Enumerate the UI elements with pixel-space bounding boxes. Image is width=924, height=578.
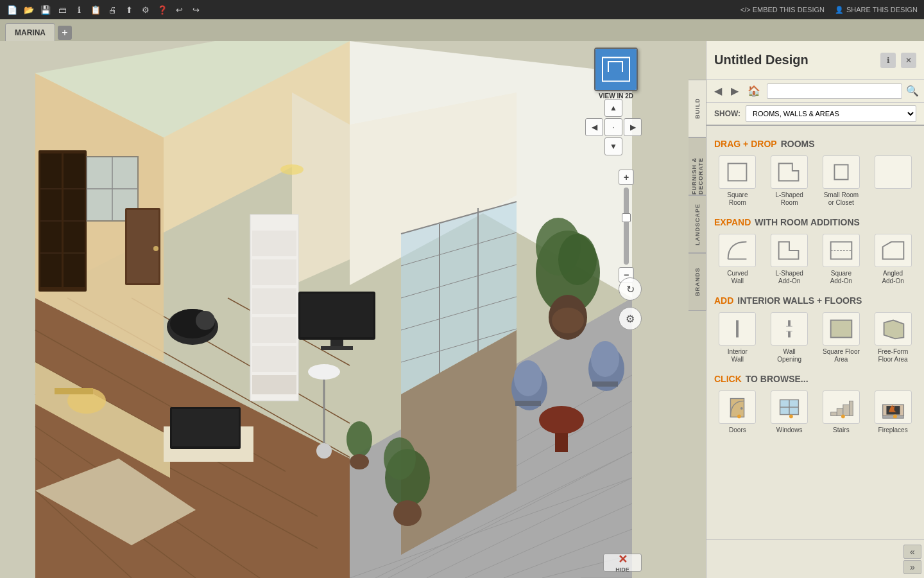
canvas-settings-button[interactable]: ⚙ (619, 307, 642, 330)
item-small-room[interactable]: Small Roomor Closet (818, 155, 865, 207)
search-input[interactable] (767, 83, 902, 99)
zoom-thumb[interactable] (622, 213, 631, 222)
new-file-icon[interactable]: 📄 (6, 4, 18, 15)
click-browse-section-header: CLICK TO BROWSE... (714, 374, 916, 384)
search-forward-button[interactable]: ▶ (728, 83, 741, 98)
item-l-shaped-addon[interactable]: L-ShapedAdd-On (766, 234, 813, 285)
embed-button[interactable]: </> EMBED THIS DESIGN (740, 6, 825, 13)
panel-close-icon[interactable]: ✕ (901, 53, 916, 68)
nav-down-button[interactable]: ▼ (604, 137, 622, 155)
nav-center-button[interactable]: · (604, 118, 622, 136)
hide-button[interactable]: ✕ HIDE (603, 554, 642, 572)
save-icon[interactable]: 💾 (40, 4, 51, 15)
svg-rect-119 (831, 412, 837, 416)
panel-info-icon[interactable]: ℹ (880, 53, 896, 68)
save-as-icon[interactable]: 🗃 (56, 4, 68, 15)
svg-point-92 (539, 406, 584, 434)
view-2d-button[interactable]: VIEW IN 2D (590, 48, 642, 100)
svg-rect-63 (321, 346, 353, 350)
svg-rect-74 (172, 409, 239, 446)
svg-point-114 (737, 415, 741, 419)
collapse-down-button[interactable]: » (903, 560, 921, 574)
svg-point-80 (558, 234, 597, 285)
nav-left-button[interactable]: ◀ (585, 118, 603, 136)
side-tab-landscape[interactable]: LANDSCAPE (689, 195, 706, 253)
add-walls-section-header: ADD INTERIOR WALLS + FLOORS (714, 295, 916, 306)
item-stairs[interactable]: Stairs (818, 390, 865, 434)
item-square-room[interactable]: SquareRoom (714, 155, 761, 207)
item-interior-wall[interactable]: InteriorWall (714, 312, 761, 363)
search-go-button[interactable]: 🔍 (906, 85, 919, 97)
tab-add-button[interactable]: + (58, 26, 72, 40)
svg-point-87 (514, 360, 542, 396)
item-doors[interactable]: Doors (714, 390, 761, 434)
open-icon[interactable]: 📂 (23, 4, 35, 15)
navigation-controls: ▲ ◀ · ▶ ▼ (585, 99, 642, 155)
item-fireplaces[interactable]: Fireplaces (869, 390, 916, 434)
drag-drop-rest: ROOMS (781, 139, 815, 149)
share-icon: 👤 (835, 6, 844, 14)
design-canvas[interactable]: VIEW IN 2D ▲ ◀ · ▶ ▼ + − ↻ (0, 41, 706, 578)
search-back-button[interactable]: ◀ (712, 83, 724, 98)
item-square-addon[interactable]: SquareAdd-On (818, 234, 865, 285)
svg-marker-98 (779, 164, 799, 181)
export-icon[interactable]: ⬆ (123, 4, 135, 15)
topbar: 📄 📂 💾 🗃 ℹ 📋 🖨 ⬆ ⚙ ❓ ↩ ↪ </> EMBED THIS D… (0, 0, 924, 19)
settings-gear-icon[interactable]: ⚙ (140, 4, 151, 15)
svg-rect-121 (843, 405, 850, 416)
tabbar: MARINA + (0, 19, 924, 41)
svg-marker-104 (882, 242, 903, 259)
side-tab-furnish[interactable]: FURNISH & DECORATE (689, 137, 706, 195)
item-curved-wall[interactable]: CurvedWall (714, 234, 761, 285)
add-highlight: ADD (714, 295, 733, 306)
undo-icon[interactable]: ↩ (173, 4, 185, 15)
item-windows[interactable]: Windows (766, 390, 813, 434)
svg-point-123 (841, 415, 845, 419)
show-select[interactable]: ROOMS, WALLS & AREAS (746, 105, 916, 122)
svg-marker-111 (884, 320, 903, 339)
zoom-in-button[interactable]: + (619, 170, 634, 185)
svg-point-96 (280, 164, 304, 175)
nav-right-button[interactable]: ▶ (624, 118, 642, 136)
info-icon[interactable]: ℹ (73, 4, 85, 15)
svg-rect-66 (55, 388, 93, 394)
click-highlight: CLICK (714, 374, 742, 384)
rotate-button[interactable]: ↻ (619, 277, 642, 301)
item-freeform-floor-area[interactable]: Free-FormFloor Area (869, 312, 916, 363)
svg-point-82 (552, 308, 584, 333)
svg-rect-91 (592, 381, 618, 387)
svg-rect-88 (515, 401, 541, 406)
tab-marina[interactable]: MARINA (5, 23, 55, 41)
item-square-floor-area[interactable]: Square FloorArea (818, 312, 865, 363)
share-button[interactable]: 👤 SHARE THIS DESIGN (835, 6, 918, 14)
svg-rect-54 (252, 231, 296, 256)
help-icon[interactable]: ❓ (157, 4, 168, 15)
redo-icon[interactable]: ↪ (190, 4, 201, 15)
drag-drop-highlight: DRAG + DROP (714, 139, 777, 149)
side-tab-brands[interactable]: BRANDS (689, 253, 706, 311)
svg-rect-61 (300, 293, 373, 337)
list-icon[interactable]: 📋 (90, 4, 101, 15)
item-wall-opening[interactable]: WallOpening (766, 312, 813, 363)
zoom-control: + − (619, 170, 634, 283)
add-walls-grid: InteriorWall WallOpening (714, 312, 916, 363)
svg-point-94 (346, 421, 372, 457)
svg-rect-55 (252, 259, 296, 285)
zoom-track[interactable] (624, 188, 629, 265)
click-browse-grid: Doors Windows (714, 390, 916, 434)
drag-drop-section-header: DRAG + DROP ROOMS (714, 139, 916, 149)
collapse-up-button[interactable]: « (903, 545, 921, 559)
side-tab-build[interactable]: BUILD (689, 80, 706, 137)
nav-up-button[interactable]: ▲ (604, 99, 622, 117)
item-l-shaped-room[interactable]: L-ShapedRoom (766, 155, 813, 207)
item-placeholder1 (869, 155, 916, 207)
drag-drop-grid: SquareRoom L-ShapedRoom (714, 155, 916, 207)
svg-marker-26 (292, 92, 350, 285)
print-icon[interactable]: 🖨 (107, 4, 118, 15)
item-angled-addon[interactable]: AngledAdd-On (869, 234, 916, 285)
svg-point-113 (740, 407, 743, 410)
svg-point-84 (384, 437, 416, 480)
search-home-button[interactable]: 🏠 (745, 83, 763, 98)
panel-content: DRAG + DROP ROOMS SquareRoom (706, 126, 924, 539)
panel-header: Untitled Design ℹ ✕ (706, 41, 924, 80)
